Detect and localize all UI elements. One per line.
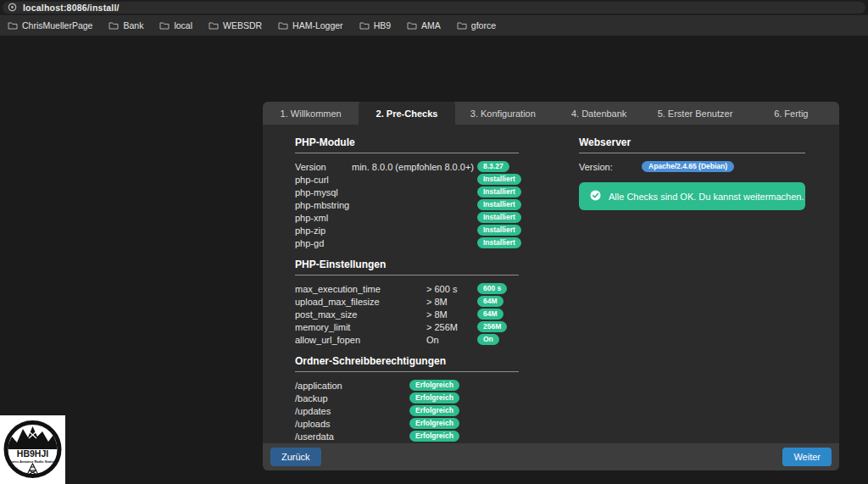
check-name: /application (295, 381, 342, 391)
check-row: php-zip Installiert (295, 224, 519, 236)
status-badge: On (477, 334, 499, 345)
webserver-section: Webserver Version: Apache/2.4.65 (Debian… (579, 136, 805, 173)
check-name: /userdata (295, 431, 334, 442)
bookmark-folder-ham-logger[interactable]: HAM-Logger (278, 20, 343, 31)
status-badge: Erfolgreich (409, 418, 459, 429)
check-row: /userdata Erfolgreich (295, 430, 519, 442)
check-requirement: > 256M (426, 322, 458, 332)
bookmark-folder-ama[interactable]: AMA (407, 20, 441, 31)
check-name: /uploads (295, 419, 331, 429)
php-settings-section: PHP-Einstellungen max_execution_time > 6… (295, 259, 519, 346)
checks-left-column: PHP-Module Version min. 8.0.0 (empfohlen… (295, 136, 519, 452)
check-row: /application Erfolgreich (295, 379, 519, 392)
site-info-icon[interactable] (8, 0, 17, 15)
check-row: /backup Erfolgreich (295, 392, 519, 404)
section-title: Webserver (579, 136, 805, 153)
folder-icon (209, 21, 219, 30)
check-requirement: On (426, 335, 439, 345)
bookmark-folder-hb9[interactable]: HB9 (359, 20, 391, 31)
browser-url-bar: localhost:8086/install/ (0, 0, 868, 15)
folder-icon (278, 21, 288, 30)
tab-datenbank[interactable]: 4. Datenbank (551, 102, 647, 125)
tab-erster-benutzer[interactable]: 5. Erster Benutzer (647, 102, 743, 125)
folder-permissions-section: Ordner-Schreibberechtigungen /applicatio… (295, 355, 519, 442)
bookmark-folder-gforce[interactable]: gforce (457, 20, 496, 31)
bookmarks-bar: ChrisMuellerPage Bank local WEBSDR HAM-L… (0, 15, 868, 36)
check-name: php-curl (295, 175, 329, 185)
bookmark-label: gforce (471, 20, 496, 31)
check-requirement: > 8M (426, 309, 448, 320)
check-row: /updates Erfolgreich (295, 404, 519, 417)
check-row: php-curl Installiert (295, 173, 519, 186)
status-badge: 64M (477, 309, 504, 320)
install-wizard-panel: 1. Willkommen 2. Pre-Checks 3. Konfigura… (263, 102, 839, 470)
wizard-step-tabs: 1. Willkommen 2. Pre-Checks 3. Konfigura… (263, 102, 839, 125)
status-badge: 600 s (477, 283, 507, 294)
check-requirement: min. 8.0.0 (empfohlen 8.0.0+) (352, 162, 474, 172)
bookmark-label: local (174, 20, 192, 31)
php-module-section: PHP-Module Version min. 8.0.0 (empfohlen… (295, 136, 519, 249)
pre-checks-content: PHP-Module Version min. 8.0.0 (empfohlen… (263, 125, 839, 443)
status-badge: Erfolgreich (409, 431, 459, 442)
check-name: upload_max_filesize (295, 297, 380, 307)
check-requirement: > 8M (426, 297, 448, 307)
check-requirement: > 600 s (426, 284, 457, 294)
status-badge: Erfolgreich (409, 392, 459, 403)
folder-icon (407, 21, 417, 30)
checks-right-column: Webserver Version: Apache/2.4.65 (Debian… (579, 136, 805, 210)
check-name: memory_limit (295, 322, 350, 332)
bookmark-label: HAM-Logger (292, 20, 343, 31)
tab-willkommen[interactable]: 1. Willkommen (263, 102, 359, 125)
check-row: post_max_size > 8M 64M (295, 308, 519, 320)
bookmark-label: HB9 (374, 20, 391, 31)
check-name: php-zip (295, 225, 326, 236)
folder-icon (457, 21, 467, 30)
status-badge: Installiert (477, 174, 521, 185)
check-row: upload_max_filesize > 8M 64M (295, 295, 519, 308)
check-row: php-mbstring Installiert (295, 198, 519, 211)
check-row: memory_limit > 256M 256M (295, 320, 519, 333)
folder-icon (108, 21, 119, 30)
bookmark-folder-local[interactable]: local (159, 20, 192, 31)
check-name: Version (295, 162, 326, 172)
check-name: post_max_size (295, 309, 357, 320)
check-name: allow_url_fopen (295, 335, 360, 345)
check-row: Version min. 8.0.0 (empfohlen 8.0.0+) 8.… (295, 160, 519, 173)
status-badge: Installiert (477, 212, 521, 223)
check-row: max_execution_time > 600 s 600 s (295, 282, 519, 295)
check-row: php-xml Installiert (295, 211, 519, 224)
status-badge: Erfolgreich (409, 380, 459, 391)
folder-icon (8, 21, 18, 30)
alert-text: Alle Checks sind OK. Du kannst weitermac… (609, 192, 804, 202)
status-badge: Installiert (477, 225, 521, 236)
bookmark-folder-websdr[interactable]: WEBSDR (209, 20, 262, 31)
status-badge: Erfolgreich (409, 405, 459, 416)
status-badge: Installiert (477, 186, 521, 197)
status-badge: 8.3.27 (477, 161, 509, 172)
check-name: php-mbstring (295, 200, 349, 210)
status-badge: 64M (477, 296, 504, 307)
check-row: php-gd Installiert (295, 236, 519, 249)
tab-konfiguration[interactable]: 3. Konfiguration (455, 102, 551, 125)
status-badge: Installiert (477, 199, 521, 210)
url-field[interactable]: localhost:8086/install/ (3, 2, 865, 14)
check-name: php-mysql (295, 187, 338, 197)
bookmark-folder-chrismuellerpage[interactable]: ChrisMuellerPage (8, 20, 92, 31)
tab-fertig[interactable]: 6. Fertig (743, 102, 839, 125)
check-name: /backup (295, 393, 328, 403)
bookmark-label: Bank (123, 20, 143, 31)
status-badge: 256M (477, 321, 507, 332)
section-title: Ordner-Schreibberechtigungen (295, 355, 519, 372)
webserver-version-badge: Apache/2.4.65 (Debian) (642, 161, 734, 172)
bookmark-label: ChrisMuellerPage (22, 20, 92, 31)
logo-callsign: HB9HJI (17, 448, 48, 459)
bookmark-label: WEBSDR (223, 20, 262, 31)
folder-icon (159, 21, 170, 30)
bookmark-folder-bank[interactable]: Bank (108, 20, 143, 31)
logo-subtitle: Swiss Amateur Radio Station (9, 459, 57, 464)
check-row: /uploads Erfolgreich (295, 417, 519, 430)
tab-pre-checks[interactable]: 2. Pre-Checks (359, 102, 454, 125)
next-button[interactable]: Weiter (782, 448, 832, 466)
bookmark-label: AMA (421, 20, 441, 31)
check-circle-icon (590, 190, 601, 203)
